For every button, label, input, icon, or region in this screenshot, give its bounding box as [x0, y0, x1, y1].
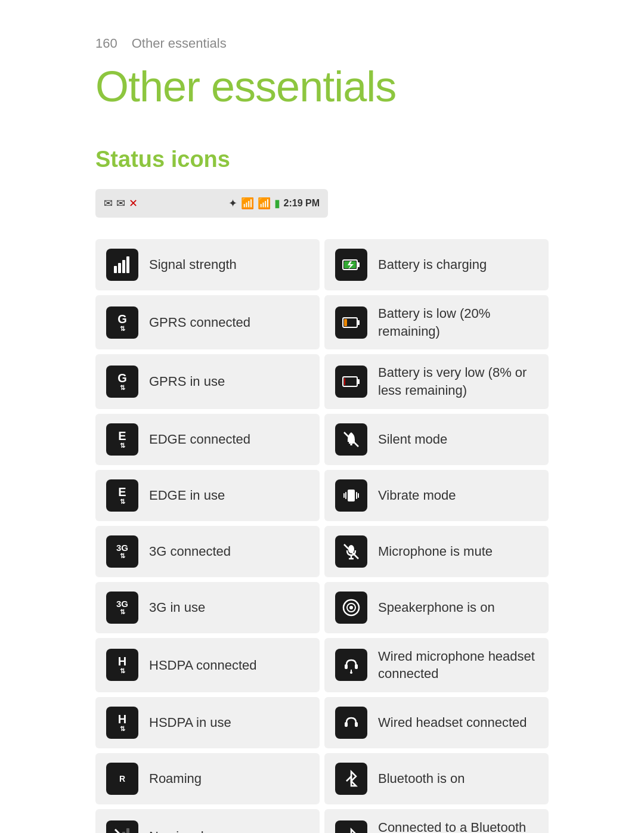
cell-wired-headset: Wired headset connected: [324, 697, 549, 748]
svg-rect-18: [356, 492, 357, 499]
email-icon: ✉: [104, 197, 113, 210]
page-number-line: 160 Other essentials: [95, 36, 549, 51]
email2-icon: ✉: [116, 197, 125, 210]
icon-vibrate: [335, 479, 367, 512]
label-3g-in-use: 3G in use: [149, 599, 205, 617]
svg-rect-3: [126, 256, 129, 273]
letter-3g-connected: 3G⇅: [106, 535, 138, 568]
svg-rect-11: [357, 379, 360, 384]
icon-speakerphone: [335, 592, 367, 624]
letter-3g-in-use: 3G⇅: [106, 592, 138, 624]
page-title: Other essentials: [95, 62, 549, 111]
cell-mute: Microphone is mute: [324, 526, 549, 577]
time-display: 2:19 PM: [284, 198, 320, 209]
label-3g-connected: 3G connected: [149, 543, 231, 561]
svg-rect-1: [118, 263, 121, 273]
close-icon: ✕: [129, 197, 138, 210]
icon-battery-verylow: [335, 366, 367, 398]
letter-hsdpa-in-use: H⇅: [106, 707, 138, 739]
label-gprs-connected: GPRS connected: [149, 314, 250, 332]
section-title: Status icons: [95, 147, 549, 172]
bluetooth-sb-icon: ✦: [228, 197, 237, 210]
icon-bluetooth-connected: [335, 820, 367, 833]
label-edge-connected: EDGE connected: [149, 431, 250, 448]
page-number: 160: [95, 36, 117, 51]
icon-3g-in-use: 3G⇅: [106, 592, 138, 624]
icon-wired-mic-headset: [335, 649, 367, 681]
icon-edge-in-use: E⇅: [106, 479, 138, 512]
icon-no-signal: [106, 820, 138, 833]
label-gprs-in-use: GPRS in use: [149, 373, 225, 391]
icon-hsdpa-in-use: H⇅: [106, 707, 138, 739]
label-signal-strength: Signal strength: [149, 256, 237, 274]
cell-bluetooth-on: Bluetooth is on: [324, 753, 549, 804]
cell-gprs-in-use: G⇅GPRS in use: [95, 354, 320, 408]
svg-rect-14: [350, 444, 352, 445]
svg-rect-12: [344, 378, 345, 385]
icon-gprs-in-use: G⇅: [106, 366, 138, 398]
label-hsdpa-connected: HSDPA connected: [149, 657, 257, 674]
label-mute: Microphone is mute: [378, 543, 493, 561]
label-bluetooth-on: Bluetooth is on: [378, 770, 465, 788]
cell-no-signal: No signal: [95, 809, 320, 833]
svg-point-31: [350, 671, 352, 674]
cell-battery-low: Battery is low (20% remaining): [324, 295, 549, 349]
cell-battery-charging: Battery is charging: [324, 239, 549, 290]
cell-edge-in-use: E⇅EDGE in use: [95, 470, 320, 521]
letter-edge-connected: E⇅: [106, 423, 138, 456]
label-battery-low: Battery is low (20% remaining): [378, 305, 538, 340]
icon-bluetooth-on: [335, 763, 367, 795]
label-wired-headset: Wired headset connected: [378, 714, 527, 732]
svg-rect-33: [355, 722, 358, 727]
svg-rect-28: [345, 664, 348, 669]
svg-rect-9: [344, 319, 347, 326]
label-battery-charging: Battery is charging: [378, 256, 487, 274]
label-roaming: Roaming: [149, 770, 202, 788]
icon-gprs-connected: G⇅: [106, 306, 138, 339]
label-vibrate: Vibrate mode: [378, 487, 456, 504]
label-hsdpa-in-use: HSDPA in use: [149, 714, 231, 732]
svg-rect-20: [358, 493, 359, 498]
label-speakerphone: Speakerphone is on: [378, 599, 495, 617]
svg-rect-0: [114, 266, 117, 273]
cell-bluetooth-connected: Connected to a Bluetooth device: [324, 809, 549, 833]
letter-gprs-connected: G⇅: [106, 306, 138, 339]
letter-roaming: R: [106, 763, 138, 795]
letter-hsdpa-connected: H⇅: [106, 649, 138, 681]
svg-rect-29: [355, 664, 358, 669]
icon-signal-strength: [106, 249, 138, 281]
label-edge-in-use: EDGE in use: [149, 487, 225, 504]
icon-edge-connected: E⇅: [106, 423, 138, 456]
svg-rect-17: [345, 492, 346, 499]
cell-silent: Silent mode: [324, 414, 549, 465]
label-wired-mic-headset: Wired microphone headset connected: [378, 648, 538, 683]
cell-hsdpa-connected: H⇅HSDPA connected: [95, 638, 320, 692]
svg-rect-16: [348, 490, 355, 501]
status-bar: ✉ ✉ ✕ ✦ 📶 📶 ▮ 2:19 PM: [95, 189, 328, 218]
letter-gprs-in-use: G⇅: [106, 366, 138, 398]
label-bluetooth-connected: Connected to a Bluetooth device: [378, 819, 538, 833]
icon-hsdpa-connected: H⇅: [106, 649, 138, 681]
icon-mute: [335, 535, 367, 568]
label-battery-verylow: Battery is very low (8% or less remainin…: [378, 364, 538, 399]
cell-3g-connected: 3G⇅3G connected: [95, 526, 320, 577]
cell-wired-mic-headset: Wired microphone headset connected: [324, 638, 549, 692]
label-no-signal: No signal: [149, 828, 204, 833]
icon-roaming: R: [106, 763, 138, 795]
page-section: Other essentials: [132, 36, 227, 51]
letter-edge-in-use: E⇅: [106, 479, 138, 512]
svg-rect-8: [357, 320, 360, 325]
cell-gprs-connected: G⇅GPRS connected: [95, 295, 320, 349]
label-silent: Silent mode: [378, 431, 447, 448]
signal-sb-icon: 📶: [258, 197, 271, 210]
cell-hsdpa-in-use: H⇅HSDPA in use: [95, 697, 320, 748]
status-icons-grid: Signal strengthBattery is chargingG⇅GPRS…: [95, 239, 549, 833]
cell-speakerphone: Speakerphone is on: [324, 582, 549, 633]
svg-point-27: [349, 606, 353, 609]
svg-rect-19: [343, 493, 345, 498]
cell-3g-in-use: 3G⇅3G in use: [95, 582, 320, 633]
icon-wired-headset: [335, 707, 367, 739]
svg-rect-2: [122, 260, 125, 273]
battery-sb-icon: ▮: [274, 197, 280, 210]
icon-battery-charging: [335, 249, 367, 281]
